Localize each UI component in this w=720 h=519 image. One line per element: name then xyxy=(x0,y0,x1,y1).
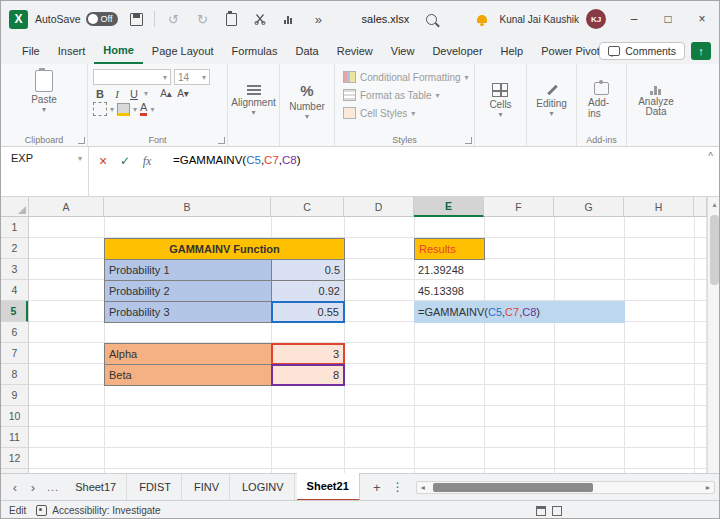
cell-b7-alpha-label[interactable]: Alpha xyxy=(104,343,272,365)
dialog-launcher-icon[interactable] xyxy=(465,137,472,144)
scroll-up-icon[interactable]: ▴ xyxy=(708,197,720,209)
tab-file[interactable]: File xyxy=(13,37,49,64)
row-header-5[interactable]: 5 xyxy=(1,301,28,322)
sheet-prev-button[interactable]: ‹ xyxy=(7,480,23,495)
col-header-g[interactable]: G xyxy=(554,197,624,217)
tab-view[interactable]: View xyxy=(382,37,424,64)
tab-developer[interactable]: Developer xyxy=(423,37,491,64)
col-header-f[interactable]: F xyxy=(484,197,554,217)
name-box[interactable]: EXP ▾ xyxy=(1,147,89,197)
col-header-h[interactable]: H xyxy=(624,197,694,217)
dialog-launcher-icon[interactable] xyxy=(218,137,225,144)
borders-button[interactable] xyxy=(93,102,107,116)
save-button[interactable] xyxy=(125,7,147,31)
chevron-down-icon[interactable]: ▾ xyxy=(110,105,114,114)
grid-body[interactable]: GAMMAINV Function Results Probability 1 … xyxy=(1,217,707,473)
minimize-button[interactable]: – xyxy=(617,1,651,37)
chevron-down-icon[interactable]: ▾ xyxy=(150,105,154,114)
dialog-launcher-icon[interactable] xyxy=(78,137,85,144)
vertical-scroll-thumb[interactable] xyxy=(710,215,719,285)
horizontal-scrollbar[interactable]: ◂ ▸ xyxy=(416,481,715,494)
row-header-10[interactable]: 10 xyxy=(1,406,28,427)
fill-color-button[interactable] xyxy=(117,103,130,116)
chevron-down-icon[interactable]: ▾ xyxy=(133,105,137,114)
col-header-c[interactable]: C xyxy=(271,197,344,217)
row-header-9[interactable]: 9 xyxy=(1,385,28,406)
grow-font-button[interactable]: A▴ xyxy=(159,86,173,101)
tab-review[interactable]: Review xyxy=(328,37,382,64)
sheet-tab-finv[interactable]: FINV xyxy=(184,474,230,500)
underline-button[interactable]: U xyxy=(127,86,141,101)
bold-button[interactable]: B xyxy=(93,86,107,101)
cell-b4-prob2-label[interactable]: Probability 2 xyxy=(104,280,272,302)
autosave-switch[interactable]: Off xyxy=(86,12,119,26)
sheet-tab-sheet17[interactable]: Sheet17 xyxy=(65,474,127,500)
italic-button[interactable]: I xyxy=(110,86,124,101)
undo-button[interactable]: ↺ xyxy=(162,7,184,31)
addins-button[interactable]: Add-ins xyxy=(582,80,621,121)
editing-button[interactable]: Editing ▾ xyxy=(530,82,573,118)
tab-insert[interactable]: Insert xyxy=(49,37,95,64)
font-color-button[interactable]: A xyxy=(140,102,147,116)
sheet-overflow-button[interactable]: ... xyxy=(43,481,63,493)
notifications-button[interactable] xyxy=(471,7,493,31)
sheet-next-button[interactable]: › xyxy=(25,480,41,495)
cell-e3-result1[interactable]: 21.39248 xyxy=(414,259,485,281)
cell-c7-alpha-value[interactable]: 3 xyxy=(271,343,345,365)
chevron-down-icon[interactable]: ▾ xyxy=(144,89,148,98)
tab-home[interactable]: Home xyxy=(94,37,143,64)
formula-input[interactable]: =GAMMAINV(C5,C7,C8) xyxy=(173,154,301,166)
maximize-button[interactable]: □ xyxy=(651,1,685,37)
scroll-right-icon[interactable]: ▸ xyxy=(702,483,714,492)
col-header-b[interactable]: B xyxy=(104,197,271,217)
cell-b8-beta-label[interactable]: Beta xyxy=(104,364,272,386)
cell-styles-button[interactable]: Cell Styles ▾ xyxy=(340,104,469,122)
cancel-button[interactable]: × xyxy=(93,151,113,171)
select-all-corner[interactable] xyxy=(1,197,29,217)
comments-button[interactable]: Comments xyxy=(599,42,685,60)
row-header-2[interactable]: 2 xyxy=(1,238,28,259)
row-header-7[interactable]: 7 xyxy=(1,343,28,364)
row-header-4[interactable]: 4 xyxy=(1,280,28,301)
format-as-table-button[interactable]: Format as Table ▾ xyxy=(340,86,469,104)
row-header-3[interactable]: 3 xyxy=(1,259,28,280)
add-sheet-button[interactable]: + xyxy=(368,478,386,496)
cell-e2-results[interactable]: Results xyxy=(414,238,485,260)
tab-power-pivot[interactable]: Power Pivot xyxy=(532,37,609,64)
cell-c4-prob2-value[interactable]: 0.92 xyxy=(271,280,345,302)
horizontal-scroll-thumb[interactable] xyxy=(433,483,593,492)
excel-logo-icon[interactable]: X xyxy=(9,10,28,29)
tab-formulas[interactable]: Formulas xyxy=(223,37,287,64)
cell-c8-beta-value[interactable]: 8 xyxy=(271,364,345,386)
sheet-tab-loginv[interactable]: LOGINV xyxy=(232,474,295,500)
font-name-combo[interactable]: ▾ xyxy=(93,69,171,85)
cell-e4-result2[interactable]: 45.13398 xyxy=(414,280,485,302)
cell-e5-formula-edit[interactable]: =GAMMAINV(C5,C7,C8) xyxy=(414,301,625,323)
alignment-button[interactable]: Alignment ▾ xyxy=(225,83,281,117)
sheet-tab-fdist[interactable]: FDIST xyxy=(129,474,182,500)
row-header-11[interactable]: 11 xyxy=(1,427,28,448)
tab-help[interactable]: Help xyxy=(492,37,533,64)
cut-quick-button[interactable] xyxy=(249,7,271,31)
row-header-6[interactable]: 6 xyxy=(1,322,28,343)
qat-overflow-button[interactable]: » xyxy=(307,7,329,31)
avatar[interactable]: KJ xyxy=(586,9,606,29)
tab-page-layout[interactable]: Page Layout xyxy=(143,37,223,64)
autosave-toggle[interactable]: AutoSave Off xyxy=(35,12,118,26)
analyze-data-button[interactable]: Analyze Data xyxy=(625,82,687,119)
col-header-partial[interactable] xyxy=(694,197,707,217)
tab-data[interactable]: Data xyxy=(286,37,327,64)
sheet-options-button[interactable]: ⋮ xyxy=(388,480,408,494)
cell-b2-title[interactable]: GAMMAINV Function xyxy=(104,238,345,260)
enter-button[interactable]: ✓ xyxy=(115,151,135,171)
shrink-font-button[interactable]: A▾ xyxy=(176,86,190,101)
row-header-1[interactable]: 1 xyxy=(1,217,28,238)
close-button[interactable]: × xyxy=(685,1,719,37)
cell-c3-prob1-value[interactable]: 0.5 xyxy=(271,259,345,281)
scroll-left-icon[interactable]: ◂ xyxy=(417,483,429,492)
share-button[interactable]: ↑ xyxy=(691,42,711,60)
redo-button[interactable]: ↻ xyxy=(191,7,213,31)
sheet-tab-sheet21[interactable]: Sheet21 xyxy=(297,473,360,501)
col-header-a[interactable]: A xyxy=(29,197,104,217)
row-header-8[interactable]: 8 xyxy=(1,364,28,385)
